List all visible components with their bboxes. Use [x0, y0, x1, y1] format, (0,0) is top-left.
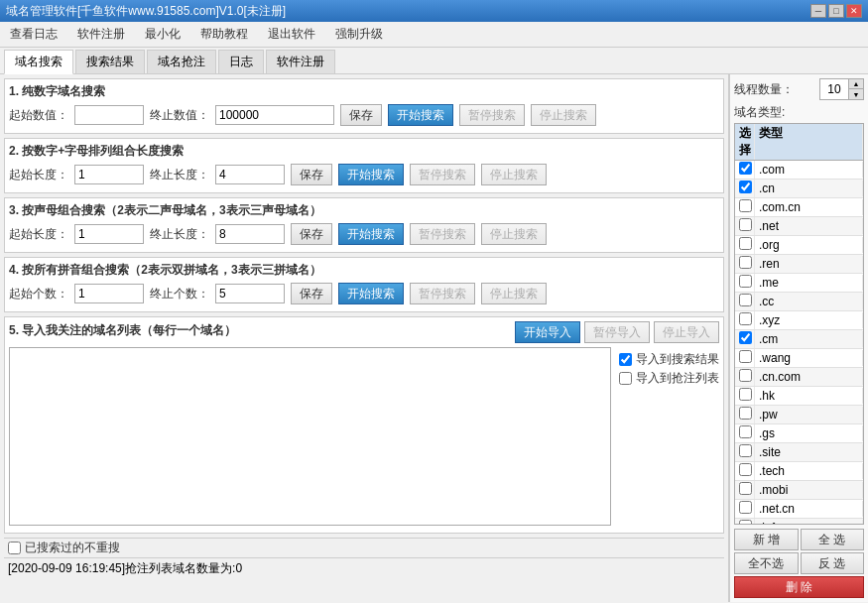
s3-stop-btn[interactable]: 停止搜索: [481, 223, 547, 245]
section-4-row: 起始个数： 终止个数： 保存 开始搜索 暂停搜索 停止搜索: [9, 283, 719, 304]
domain-checkbox-cell[interactable]: [735, 368, 755, 386]
domain-checkbox-cell[interactable]: [735, 330, 755, 348]
s2-save-btn[interactable]: 保存: [291, 164, 332, 185]
domain-checkbox[interactable]: [739, 162, 752, 175]
domain-checkbox-cell[interactable]: [735, 519, 755, 525]
domain-checkbox-cell[interactable]: [735, 274, 755, 292]
import-grab-checkbox[interactable]: [619, 372, 632, 385]
s2-start-btn[interactable]: 开始搜索: [338, 164, 404, 185]
menu-help[interactable]: 帮助教程: [194, 24, 254, 45]
s5-stop-btn[interactable]: 停止导入: [654, 321, 719, 343]
domain-checkbox-cell[interactable]: [735, 236, 755, 254]
domain-type-cell: .hk: [755, 388, 863, 404]
tab-log[interactable]: 日志: [218, 50, 264, 73]
s1-pause-btn[interactable]: 暂停搜索: [459, 104, 525, 126]
thread-spinner[interactable]: ▲ ▼: [819, 78, 864, 100]
s5-start-btn[interactable]: 开始导入: [515, 321, 580, 343]
add-btn[interactable]: 新 增: [734, 529, 799, 550]
s4-stop-btn[interactable]: 停止搜索: [481, 283, 547, 304]
s1-stop-btn[interactable]: 停止搜索: [531, 104, 596, 126]
domain-checkbox-cell[interactable]: [735, 217, 755, 235]
import-search-checkbox[interactable]: [619, 353, 632, 366]
tab-software-register[interactable]: 软件注册: [266, 50, 335, 73]
tab-domain-grab[interactable]: 域名抢注: [147, 50, 216, 73]
domain-checkbox[interactable]: [739, 444, 752, 457]
import-grab-row: 导入到抢注列表: [619, 370, 719, 387]
menu-upgrade[interactable]: 强制升级: [329, 24, 389, 45]
domain-checkbox-cell[interactable]: [735, 481, 755, 499]
domain-checkbox[interactable]: [739, 294, 752, 306]
menu-exit[interactable]: 退出软件: [262, 24, 321, 45]
domain-checkbox-cell[interactable]: [735, 406, 755, 423]
domain-checkbox-cell[interactable]: [735, 387, 755, 405]
s2-end-input[interactable]: [215, 165, 285, 184]
invert-btn[interactable]: 反 选: [801, 552, 865, 574]
domain-checkbox[interactable]: [739, 520, 752, 525]
s2-pause-btn[interactable]: 暂停搜索: [410, 164, 475, 185]
select-all-btn[interactable]: 全 选: [801, 529, 865, 550]
domain-checkbox[interactable]: [739, 350, 752, 363]
domain-checkbox-cell[interactable]: [735, 311, 755, 329]
s3-end-input[interactable]: [215, 224, 285, 244]
maximize-button[interactable]: □: [828, 4, 844, 18]
domain-checkbox[interactable]: [739, 218, 752, 231]
s2-end-label: 终止长度：: [150, 167, 209, 183]
s1-start-btn[interactable]: 开始搜索: [388, 104, 453, 126]
s4-save-btn[interactable]: 保存: [291, 283, 332, 304]
s2-stop-btn[interactable]: 停止搜索: [481, 164, 547, 185]
minimize-button[interactable]: ─: [810, 4, 826, 18]
domain-checkbox[interactable]: [739, 181, 752, 193]
thread-value-input[interactable]: [820, 79, 848, 99]
domain-checkbox[interactable]: [739, 312, 752, 325]
domain-checkbox[interactable]: [739, 425, 752, 438]
domain-checkbox[interactable]: [739, 501, 752, 514]
domain-checkbox-cell[interactable]: [735, 255, 755, 273]
section-5-buttons: 开始导入 暂停导入 停止导入: [515, 321, 719, 343]
s3-save-btn[interactable]: 保存: [291, 223, 332, 245]
domain-checkbox-cell[interactable]: [735, 443, 755, 461]
s1-end-input[interactable]: [215, 105, 334, 125]
menu-register[interactable]: 软件注册: [71, 24, 131, 45]
s3-pause-btn[interactable]: 暂停搜索: [410, 223, 475, 245]
s2-start-input[interactable]: [74, 165, 144, 184]
domain-checkbox[interactable]: [739, 199, 752, 212]
deselect-all-btn[interactable]: 全不选: [734, 552, 799, 574]
close-button[interactable]: ✕: [846, 4, 862, 18]
domain-checkbox[interactable]: [739, 369, 752, 382]
menu-view-log[interactable]: 查看日志: [4, 24, 63, 45]
domain-checkbox[interactable]: [739, 482, 752, 495]
domain-checkbox-cell[interactable]: [735, 500, 755, 518]
s4-start-btn[interactable]: 开始搜索: [338, 283, 404, 304]
s4-pause-btn[interactable]: 暂停搜索: [410, 283, 475, 304]
domain-checkbox[interactable]: [739, 331, 752, 344]
s1-end-label: 终止数值：: [150, 107, 209, 124]
tab-search-results[interactable]: 搜索结果: [75, 50, 145, 73]
domain-checkbox-cell[interactable]: [735, 161, 755, 179]
tab-domain-search[interactable]: 域名搜索: [4, 50, 73, 74]
domain-checkbox[interactable]: [739, 407, 752, 420]
domain-checkbox-cell[interactable]: [735, 424, 755, 442]
s5-pause-btn[interactable]: 暂停导入: [584, 321, 650, 343]
domain-checkbox-cell[interactable]: [735, 198, 755, 216]
domain-checkbox-cell[interactable]: [735, 180, 755, 197]
s1-save-btn[interactable]: 保存: [340, 104, 382, 126]
domain-checkbox[interactable]: [739, 275, 752, 288]
s4-end-input[interactable]: [215, 284, 285, 303]
domain-checkbox-cell[interactable]: [735, 462, 755, 480]
domain-checkbox[interactable]: [739, 237, 752, 250]
spin-down-btn[interactable]: ▼: [849, 89, 863, 99]
domain-checkbox[interactable]: [739, 463, 752, 476]
domain-checkbox[interactable]: [739, 256, 752, 269]
s3-start-input[interactable]: [74, 224, 144, 244]
domain-checkbox[interactable]: [739, 388, 752, 401]
menu-minimize[interactable]: 最小化: [139, 24, 186, 45]
s4-start-input[interactable]: [74, 284, 144, 303]
domain-textarea[interactable]: [9, 347, 611, 526]
dedup-checkbox[interactable]: [8, 542, 21, 554]
domain-checkbox-cell[interactable]: [735, 349, 755, 367]
domain-checkbox-cell[interactable]: [735, 293, 755, 310]
s1-start-input[interactable]: [74, 105, 144, 125]
s3-start-btn[interactable]: 开始搜索: [338, 223, 404, 245]
spin-up-btn[interactable]: ▲: [849, 79, 863, 89]
delete-btn[interactable]: 删 除: [734, 576, 864, 598]
